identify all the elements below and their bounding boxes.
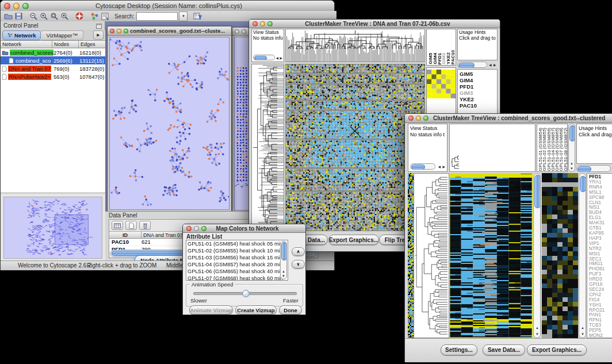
attribute-list-item[interactable]: GPL51-02 (GSM855) heat shock 10 min	[188, 247, 288, 254]
scroll-up-icon[interactable]: ▲	[570, 162, 573, 165]
treeview2-titlebar[interactable]: ClusterMaker TreeView : combined_scores_…	[405, 114, 612, 123]
tab-vizmapper[interactable]: VizMapper™	[41, 30, 83, 40]
scroll-down-icon[interactable]: ▼	[570, 167, 573, 170]
scroll-right-icon[interactable]: ▶	[494, 63, 496, 67]
tab-overflow-button[interactable]: ▶	[93, 30, 104, 40]
scroll-left-icon[interactable]: ◀	[489, 63, 492, 67]
attribute-list-item[interactable]: GPL51-03 (GSM856) heat shock 15 min	[188, 254, 288, 261]
annotation-form-icon[interactable]	[100, 12, 110, 21]
tv1-column-dendrogram[interactable]	[285, 29, 425, 62]
delete-attribute-icon[interactable]	[139, 221, 151, 230]
tv2-heatmap[interactable]	[449, 173, 533, 338]
scroll-down-icon[interactable]: ▼	[536, 332, 539, 336]
tv1-column-label[interactable]: PAC10	[451, 50, 456, 64]
scroll-down-icon[interactable]: ▼	[581, 332, 584, 336]
tv2-heatmap-vscrollbar[interactable]: ▲ ▼	[533, 173, 541, 338]
tv2-row-dendrogram[interactable]	[414, 173, 449, 338]
network-tree-row[interactable]: combined_sco2569(6)13112(15)	[1, 56, 105, 64]
zoom-fit-icon[interactable]	[59, 12, 70, 21]
attribute-list-item[interactable]: GPL51-07 (GSM868) heat shock 60 min	[188, 275, 288, 281]
search-dropdown-button[interactable]: ▼	[179, 12, 188, 21]
attribute-list-item[interactable]: GPL51-06 (GSM865) heat shock 40 min	[188, 268, 288, 275]
tv1-row-label[interactable]: GIM5	[460, 71, 497, 77]
attribute-list-item[interactable]: GPL51-04 (GSM857) heat shock 20 min	[188, 261, 288, 268]
network-tree-row[interactable]: DNA and Tran 07769(0)183728(0)	[1, 64, 105, 72]
tv2-collabel-scrollbar[interactable]: ▲ ▼	[568, 124, 575, 172]
data-col-id[interactable]: ID	[109, 232, 141, 239]
create-attribute-icon[interactable]	[125, 221, 137, 230]
scroll-right-icon[interactable]: ▶	[442, 165, 445, 168]
tab-network[interactable]: Network	[2, 30, 41, 40]
zoom-out-icon[interactable]	[28, 12, 39, 21]
close-icon[interactable]	[186, 226, 192, 231]
attribute-select-icon[interactable]	[112, 221, 123, 230]
attribute-list-item[interactable]: GPL51-01 (GSM854) heat shock 05 min	[188, 240, 288, 247]
search-input[interactable]	[136, 12, 178, 21]
minimize-icon[interactable]	[260, 21, 265, 26]
tv2-settings-button[interactable]: Settings...	[441, 344, 477, 355]
close-icon[interactable]	[4, 3, 10, 9]
tv2-gene-label[interactable]: MON2	[589, 333, 612, 338]
scroll-left-icon[interactable]: ◀	[276, 56, 278, 60]
tv1-row-label[interactable]: PAC10	[460, 102, 497, 109]
col-header-edges[interactable]: Edges	[79, 41, 105, 48]
vizmapper-nodes-icon[interactable]	[89, 12, 100, 21]
tv2-zoom-vscrollbar[interactable]: ▲ ▼	[579, 173, 586, 338]
treeview1-titlebar[interactable]: ClusterMaker TreeView : DNA and Tran 07-…	[249, 20, 500, 28]
network-overview-canvas[interactable]	[3, 197, 102, 259]
main-titlebar[interactable]: Cytoscape Desktop (Session Name: collins…	[1, 1, 334, 12]
attribute-list-scrollbar[interactable]: ▲ ▼	[280, 241, 287, 279]
create-vizmap-button[interactable]: Create Vizmap	[235, 305, 277, 315]
zoom-window-icon[interactable]	[22, 3, 29, 9]
tv2-save-data-button[interactable]: Save Data...	[483, 344, 525, 355]
scroll-left-icon[interactable]: ◀	[438, 165, 441, 168]
slider-thumb[interactable]	[242, 290, 250, 297]
move-down-button[interactable]: ∨	[292, 260, 305, 269]
minimize-icon[interactable]	[242, 29, 246, 34]
float-panel-icon[interactable]	[96, 21, 102, 31]
zoom-window-icon[interactable]	[124, 29, 128, 33]
close-icon[interactable]	[253, 21, 258, 26]
tv1-row-dendrogram[interactable]	[251, 64, 284, 231]
network-tree-row[interactable]: combined_scores2764(0)16218(0)	[1, 48, 105, 56]
close-icon[interactable]	[110, 29, 114, 33]
move-up-button[interactable]: ∧	[292, 247, 305, 256]
tv1-export-graphics-button[interactable]: Export Graphics...	[328, 235, 379, 245]
minimize-icon[interactable]	[416, 116, 421, 121]
tv1-status-scrollbar[interactable]	[253, 55, 275, 60]
tv1-usage-scrollbar[interactable]	[457, 62, 487, 68]
done-button[interactable]: Done	[279, 305, 302, 315]
minimize-icon[interactable]	[117, 29, 121, 33]
tv2-status-scrollbar[interactable]	[410, 163, 435, 170]
tv2-global-overview-strip[interactable]	[408, 173, 414, 338]
animation-speed-slider[interactable]	[193, 292, 297, 295]
help-lifebuoy-icon[interactable]	[74, 12, 85, 21]
tv1-row-label[interactable]: GIM4	[460, 77, 497, 83]
open-file-icon[interactable]	[3, 12, 13, 21]
close-icon[interactable]	[408, 116, 414, 121]
tv2-usage-scrollbar[interactable]	[576, 165, 611, 172]
animate-vizmap-button[interactable]: Animate Vizmap	[189, 305, 233, 315]
zoom-window-icon[interactable]	[201, 226, 206, 231]
filter-table-icon[interactable]	[192, 12, 202, 21]
scroll-right-icon[interactable]: ▶	[280, 56, 282, 60]
minimize-icon[interactable]	[194, 226, 199, 231]
attribute-list[interactable]: ▲ ▼ GPL51-01 (GSM854) heat shock 05 minG…	[186, 240, 288, 281]
tv2-column-label[interactable]: GPL51-08 (GSM872)	[564, 128, 568, 171]
tv1-row-label[interactable]: YKE2	[460, 96, 497, 102]
scroll-up-icon[interactable]: ▲	[581, 326, 584, 329]
close-icon[interactable]	[235, 29, 239, 34]
save-icon[interactable]	[13, 12, 24, 21]
tv2-column-dendrogram[interactable]	[449, 124, 536, 172]
tv1-row-label[interactable]: GIM3	[460, 90, 497, 96]
network-canvas-1[interactable]	[109, 37, 230, 210]
dialog-titlebar[interactable]: Map Colors to Network	[183, 224, 305, 233]
tv2-zoom-heatmap[interactable]	[542, 173, 578, 338]
scroll-up-icon[interactable]: ▲	[536, 326, 539, 329]
network-tree-row[interactable]: RNAPuberNov2+563(0)107847(0)	[1, 72, 105, 81]
zoom-selected-icon[interactable]	[49, 12, 59, 21]
scroll-up-icon[interactable]: ▲	[282, 270, 285, 273]
col-header-nodes[interactable]: Nodes	[52, 41, 79, 48]
zoom-window-icon[interactable]	[423, 116, 429, 121]
tv1-row-label[interactable]: PFD1	[460, 83, 497, 90]
